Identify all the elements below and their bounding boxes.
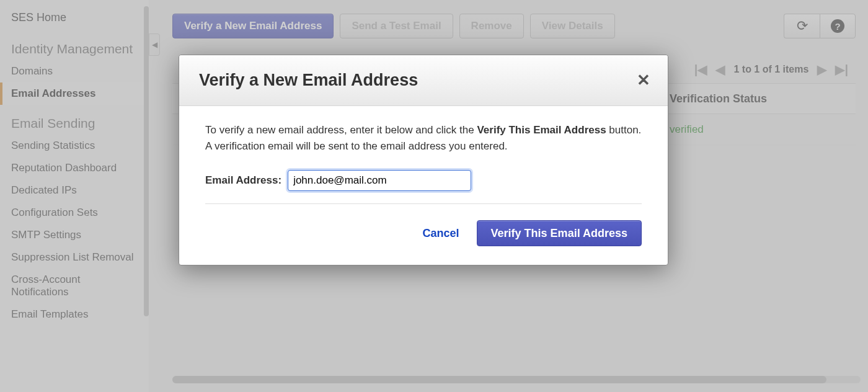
email-address-input[interactable]: [288, 170, 471, 191]
close-icon: ✕: [637, 71, 650, 89]
verify-this-email-button[interactable]: Verify This Email Address: [477, 220, 642, 246]
modal-header: Verify a New Email Address ✕: [179, 55, 668, 106]
modal-close-button[interactable]: ✕: [637, 71, 650, 90]
modal-footer: Cancel Verify This Email Address: [179, 210, 668, 265]
email-address-label: Email Address:: [205, 172, 281, 189]
modal-title: Verify a New Email Address: [199, 71, 418, 90]
modal-instructions-bold: Verify This Email Address: [477, 124, 606, 136]
modal-instructions: To verify a new email address, enter it …: [205, 122, 642, 154]
verify-email-modal: Verify a New Email Address ✕ To verify a…: [179, 55, 668, 265]
modal-form: Email Address:: [205, 170, 642, 204]
cancel-button[interactable]: Cancel: [423, 227, 459, 240]
modal-instructions-pre: To verify a new email address, enter it …: [205, 124, 477, 136]
modal-body: To verify a new email address, enter it …: [179, 106, 668, 210]
